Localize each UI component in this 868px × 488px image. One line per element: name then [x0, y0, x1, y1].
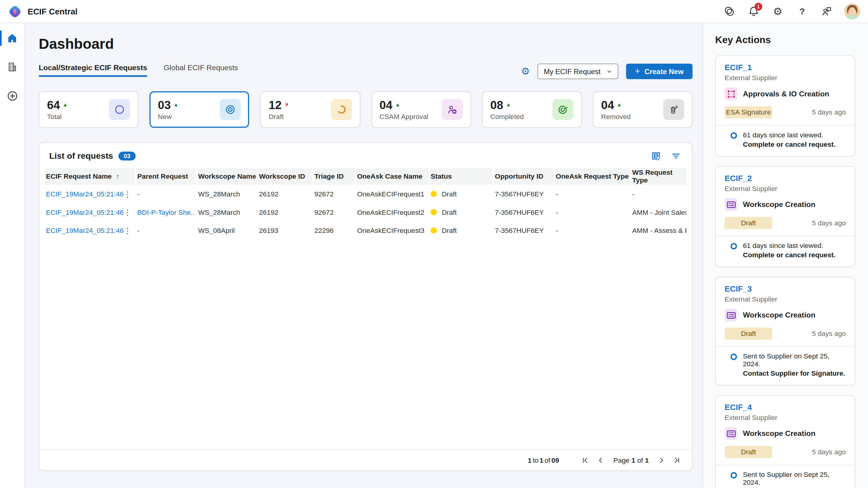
cell-opportunity: 7-3567HUF6EY — [494, 208, 555, 216]
supplier-type-label: External Supplier — [724, 295, 846, 303]
tab-bar: Local/Strategic ECIF Requests Global ECI… — [39, 64, 238, 80]
cell-oneask-case: OneAskECIFrequest1 — [356, 190, 430, 198]
new-target-icon — [220, 99, 241, 120]
edit-columns-icon[interactable] — [650, 150, 662, 162]
status-ring-icon — [730, 352, 738, 378]
next-page-icon[interactable] — [655, 454, 668, 466]
col-header-opportunity-id[interactable]: Opportunity ID — [494, 168, 555, 185]
sort-ascending-icon: ↑ — [116, 173, 119, 181]
copilot-icon[interactable] — [722, 5, 736, 18]
cell-oneask-type: - — [555, 190, 631, 198]
parent-request-link[interactable]: BDI-P-Taylor She.. — [137, 208, 195, 216]
trend-up-icon: ▲ — [395, 102, 400, 107]
first-page-icon[interactable] — [579, 454, 591, 466]
stat-card-csam-approval[interactable]: 04 ▲ CSAM Approval — [371, 91, 471, 128]
row-menu-icon[interactable]: ⋮ — [124, 227, 131, 234]
cell-workscope-name: WS_28March — [197, 190, 258, 198]
settings-gear-icon[interactable]: ⚙ — [771, 5, 784, 18]
row-menu-icon[interactable]: ⋮ — [124, 190, 131, 198]
col-header-workscope-name[interactable]: Workscope Name — [197, 168, 258, 185]
request-name-link[interactable]: ECIF_19Mar24_05:21:46 — [46, 208, 124, 216]
stage-status-badge: Draft — [724, 327, 772, 339]
cell-parent: - — [136, 190, 197, 198]
trend-up-icon: ▲ — [617, 102, 622, 107]
stat-card-new[interactable]: 03 ▲ New — [150, 91, 249, 128]
trend-up-icon: ▲ — [63, 102, 67, 107]
previous-page-icon[interactable] — [595, 454, 607, 466]
cell-ws-type: - — [631, 190, 687, 198]
stat-card-removed[interactable]: 04 ▲ Removed — [593, 91, 692, 128]
main-content: Dashboard Local/Strategic ECIF Requests … — [25, 23, 703, 488]
workscope-form-icon — [724, 198, 737, 211]
ecif-link[interactable]: ECIF_3 — [724, 284, 752, 293]
table-header-row: ECIF Request Name ↑ Parent Request Works… — [45, 168, 687, 185]
cell-workscope-name: WS_08April — [197, 227, 258, 234]
requests-table: ECIF Request Name ↑ Parent Request Works… — [39, 167, 692, 240]
tab-local-strategic[interactable]: Local/Strategic ECIF Requests — [39, 64, 147, 80]
feedback-icon[interactable] — [820, 5, 833, 18]
app-logo-icon — [8, 4, 22, 19]
request-name-link[interactable]: ECIF_19Mar24_05:21:46 — [46, 190, 124, 198]
completed-target-check-icon — [553, 99, 574, 120]
topbar-actions: 1 ⚙ ? — [722, 3, 860, 19]
ecif-link[interactable]: ECIF_1 — [724, 63, 752, 72]
help-icon[interactable]: ? — [795, 5, 809, 18]
view-select[interactable]: My ECIF Request — [538, 64, 618, 79]
note-line-2: Complete or cancel request. — [743, 251, 836, 259]
key-action-card: ECIF_1 External Supplier Approvals & IO … — [715, 56, 855, 157]
status-ring-icon — [730, 131, 738, 148]
cell-status: Draft — [430, 208, 494, 216]
table-row: ECIF_19Mar24_05:21:46 ⋮ - WS_08April 261… — [45, 221, 687, 240]
col-header-triage-id[interactable]: Triage ID — [313, 168, 356, 185]
user-avatar[interactable] — [844, 3, 860, 19]
cell-status: Draft — [430, 190, 494, 198]
col-header-ws-request-type[interactable]: WS Request Type — [631, 168, 687, 185]
ecif-link[interactable]: ECIF_4 — [724, 403, 752, 412]
pagination-range: 1to1of09 — [528, 456, 559, 464]
notifications-bell-icon[interactable]: 1 — [747, 5, 760, 18]
col-header-oneask-request-type[interactable]: OneAsk Request Type — [555, 168, 631, 185]
nav-organization[interactable] — [0, 59, 25, 75]
time-ago-label: 5 days ago — [812, 108, 846, 116]
tab-global[interactable]: Global ECIF Requests — [164, 64, 238, 80]
page-title: Dashboard — [39, 36, 692, 53]
request-name-link[interactable]: ECIF_19Mar24_05:21:46 — [46, 227, 124, 234]
last-page-icon[interactable] — [671, 454, 683, 466]
page-indicator: Page 1 of 1 — [613, 456, 649, 464]
stage-label: Workscope Creation — [743, 429, 815, 438]
workscope-form-icon — [724, 427, 737, 440]
stage-status-badge: Draft — [724, 217, 772, 229]
col-header-ecif-request-name[interactable]: ECIF Request Name ↑ — [45, 168, 136, 185]
supplier-type-label: External Supplier — [724, 74, 846, 82]
stat-card-draft[interactable]: 12 ▼ Draft — [260, 91, 360, 128]
list-count-badge: 03 — [119, 152, 135, 160]
col-header-oneask-case-name[interactable]: OneAsk Case Name — [356, 168, 430, 185]
trend-up-icon: ▲ — [174, 102, 179, 107]
note-line-2: Complete or cancel request. — [743, 141, 836, 149]
col-header-status[interactable]: Status — [430, 168, 494, 185]
nav-home[interactable] — [0, 30, 25, 46]
note-line-2: Contact Supplier for Signature. — [743, 369, 846, 378]
filter-icon[interactable] — [670, 150, 682, 162]
cell-status: Draft — [430, 227, 494, 234]
ecif-link[interactable]: ECIF_2 — [724, 174, 752, 183]
cell-opportunity: 7-3567HUF6EY — [494, 227, 555, 234]
cell-triage-id: 22296 — [313, 227, 356, 234]
top-bar: ECIF Central 1 ⚙ ? — [0, 0, 868, 23]
draft-crescent-icon — [331, 99, 352, 120]
row-menu-icon[interactable]: ⋮ — [124, 208, 131, 216]
trend-up-icon: ▲ — [506, 102, 511, 107]
view-select-value: My ECIF Request — [544, 67, 600, 76]
nav-create[interactable] — [0, 87, 25, 104]
table-row: ECIF_19Mar24_05:21:46 ⋮ - WS_28March 261… — [45, 185, 687, 203]
col-header-parent-request[interactable]: Parent Request — [136, 168, 197, 185]
cell-workscope-id: 26192 — [258, 190, 313, 198]
status-dot-draft — [431, 209, 437, 215]
stat-card-completed[interactable]: 08 ▲ Completed — [482, 91, 582, 128]
status-ring-icon — [730, 242, 738, 259]
left-nav-rail — [0, 23, 25, 488]
create-new-button[interactable]: + Create New — [626, 64, 692, 79]
stat-card-total[interactable]: 64 ▲ Total — [39, 91, 138, 128]
view-settings-gear-icon[interactable]: ⚙ — [521, 66, 530, 76]
col-header-workscope-id[interactable]: Workscope ID — [258, 168, 313, 185]
